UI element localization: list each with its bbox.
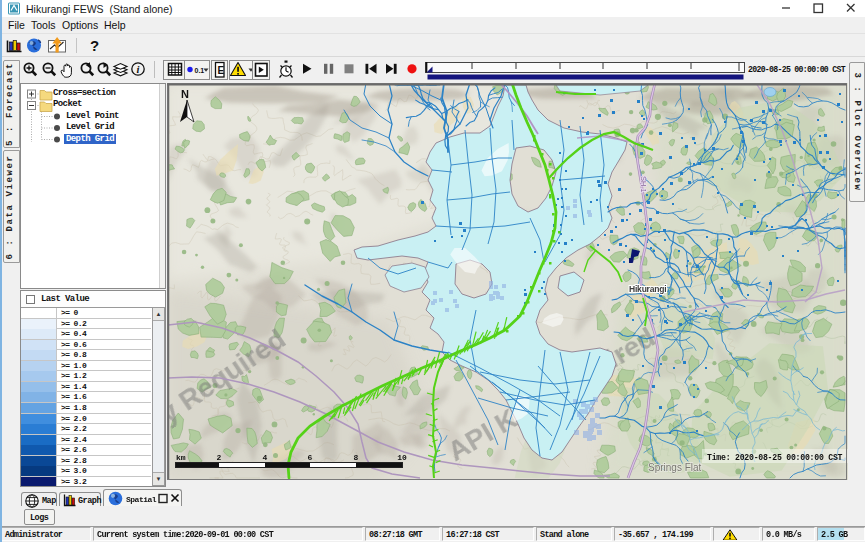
svg-text:8: 8 [354,453,359,462]
svg-text:?: ? [90,37,99,54]
svg-text:i: i [137,64,140,75]
svg-text:2: 2 [217,453,222,462]
svg-text:10: 10 [397,453,407,462]
svg-text:6: 6 [308,453,313,462]
svg-text:0.1: 0.1 [195,67,205,74]
svg-text:km: km [176,453,186,462]
svg-text:E: E [218,65,225,76]
svg-text:N: N [181,88,189,100]
svg-text:2020-08-25 00:00:00 CST: 2020-08-25 00:00:00 CST [748,65,846,74]
svg-text:Springs Flat: Springs Flat [648,462,702,473]
svg-text:4: 4 [263,453,268,462]
svg-text:Hikurangi: Hikurangi [629,284,666,294]
svg-text:SH 1: SH 1 [639,176,648,193]
svg-text:Time: 2020-08-25 00:00:00 CST: Time: 2020-08-25 00:00:00 CST [707,453,843,462]
